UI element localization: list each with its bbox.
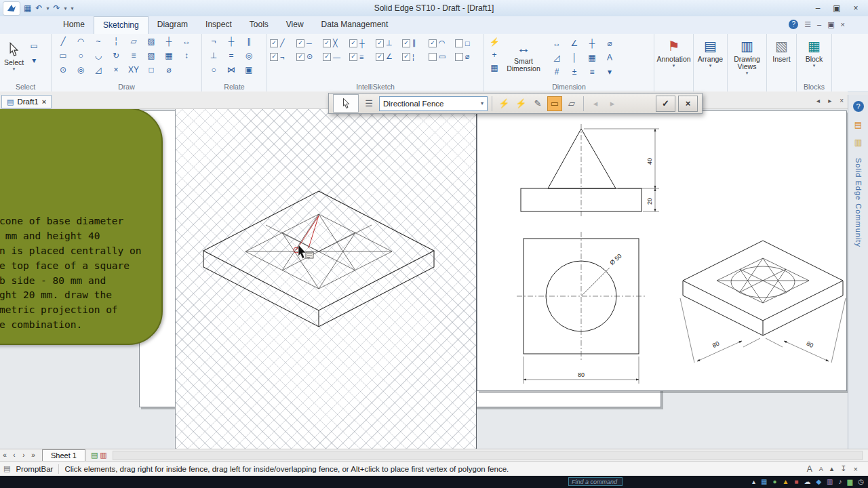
previous-icon[interactable]: ◂ (588, 96, 603, 111)
is-offset[interactable]: ≡ (349, 52, 373, 61)
close-promptbar-icon[interactable]: × (854, 465, 858, 473)
checkbox-icon[interactable] (429, 53, 437, 61)
close-view-icon[interactable]: × (840, 97, 844, 104)
block-button[interactable]: ▦ Block ▾ (806, 34, 823, 68)
chamfer-dimension-icon[interactable]: ◿ (549, 52, 564, 63)
select-button[interactable]: Select ▾ (4, 37, 24, 72)
align-dimension-icon[interactable]: ≡ (585, 66, 599, 77)
cancel-button[interactable]: × (678, 96, 698, 112)
options-list-icon[interactable]: ☰ (361, 96, 376, 111)
checkbox-icon[interactable] (429, 39, 437, 47)
drawing-area[interactable]: 40 20 Ø 50 80 (0, 109, 848, 449)
document-tab-draft1[interactable]: ▤ Draft1 × (1, 95, 52, 108)
rectangle-icon[interactable]: ▭ (56, 49, 71, 61)
font-size-small-icon[interactable]: A (819, 466, 823, 472)
tab-scroll-left-icon[interactable]: ◂ (816, 97, 820, 104)
tab-data-management[interactable]: Data Management (313, 16, 397, 34)
offset-icon[interactable]: ≡ (126, 49, 141, 61)
tab-diagram[interactable]: Diagram (149, 16, 197, 34)
chamfer-icon[interactable]: ◿ (91, 64, 106, 75)
checkbox-icon[interactable] (323, 39, 331, 47)
solid-edge-logo-icon[interactable] (3, 1, 20, 16)
isometric-view-construction[interactable] (717, 258, 809, 303)
curve-icon[interactable]: ~ (91, 35, 106, 47)
tab-scroll-right-icon[interactable]: ▸ (828, 97, 831, 104)
is-endpoint[interactable]: ╱ (270, 39, 294, 47)
checkbox-icon[interactable] (296, 39, 304, 47)
relationship-assistant-icon[interactable]: ⚡ (487, 36, 502, 48)
tray-app5-icon[interactable]: ◆ (816, 478, 821, 486)
select-tool-button[interactable] (333, 94, 359, 113)
is-connect[interactable]: ¬ (270, 52, 294, 61)
is-midpoint[interactable]: ─ (296, 39, 320, 47)
tray-app4-icon[interactable]: ■ (794, 478, 798, 486)
tab-sketching[interactable]: Sketching (94, 16, 149, 34)
close-button[interactable]: × (846, 3, 865, 13)
find-command-input[interactable] (568, 477, 623, 486)
smart-dimension-button[interactable]: ↔ Smart Dimension (505, 36, 542, 73)
tab-home[interactable]: Home (54, 16, 94, 34)
fence-polygon-icon[interactable]: ▱ (564, 96, 579, 111)
fence-draw-icon[interactable]: ✎ (530, 96, 545, 111)
distance-between-icon[interactable]: ↔ (549, 37, 564, 49)
coordinate-dimension-icon[interactable]: ┼ (585, 37, 599, 49)
is-frame[interactable]: ▭ (429, 52, 452, 61)
checkbox-icon[interactable] (402, 39, 410, 47)
zone-icon[interactable]: □ (144, 64, 159, 75)
tangent-relation-icon[interactable]: ○ (206, 64, 221, 75)
edit-dimension-icon[interactable]: ± (567, 66, 582, 77)
tab-inspect[interactable]: Inspect (197, 16, 241, 34)
xy-keyin-icon[interactable]: XY (126, 64, 141, 75)
annotation-button[interactable]: ⚑ Annotation ▾ (656, 34, 690, 68)
construction-icon[interactable]: ╎ (108, 35, 123, 47)
trim-icon[interactable]: × (108, 64, 123, 75)
move-icon[interactable]: ↔ (179, 35, 194, 47)
is-reference[interactable]: ¦ (402, 52, 426, 61)
background-sheet-icon[interactable]: ▥ (100, 451, 106, 460)
is-angle[interactable]: ∠ (376, 52, 399, 61)
sheet-setup-icon[interactable]: ▤ (91, 451, 98, 460)
is-horizontal-vertical[interactable]: ┼ (349, 39, 373, 47)
equal-icon[interactable]: = (224, 49, 239, 61)
bookmark-icon[interactable]: ▥ (854, 138, 862, 147)
tray-cloud-icon[interactable]: ☁ (804, 478, 810, 486)
tray-clock-icon[interactable]: ◷ (858, 478, 864, 486)
tray-app6-icon[interactable]: ▥ (827, 478, 833, 486)
fence-type-dropdown[interactable]: Directional Fence ▾ (379, 96, 488, 111)
first-sheet-icon[interactable]: « (0, 451, 9, 459)
checkbox-icon[interactable] (349, 53, 357, 61)
minimize-button[interactable]: – (808, 3, 827, 13)
close-tab-icon[interactable]: × (42, 98, 46, 106)
hatch-icon[interactable]: ▨ (144, 35, 159, 47)
undo-icon[interactable]: ↶ (35, 3, 42, 13)
dimension-axis-icon[interactable]: │ (567, 52, 582, 63)
lock-icon[interactable]: ▣ (241, 64, 256, 75)
fence-rectangle-icon[interactable]: ▭ (547, 96, 562, 111)
tray-show-hidden-icon[interactable]: ▴ (752, 478, 755, 486)
doc-close-icon[interactable]: × (841, 20, 845, 29)
checkbox-icon[interactable] (402, 53, 410, 61)
dimension-prefix-icon[interactable]: # (549, 66, 564, 77)
sheet-tab[interactable]: Sheet 1 (42, 449, 85, 461)
community-shortcut-icon[interactable]: ▤ (854, 120, 862, 129)
tray-network-icon[interactable]: ▆ (848, 478, 853, 486)
checkbox-icon[interactable] (296, 53, 304, 61)
angle-between-icon[interactable]: ∠ (567, 37, 582, 49)
diameter-icon[interactable]: ⌀ (161, 64, 176, 75)
connect-icon[interactable]: ¬ (206, 35, 221, 47)
construction-star-lines[interactable] (245, 214, 392, 289)
undo-caret-icon[interactable]: ▾ (46, 5, 49, 12)
redo-caret-icon[interactable]: ▾ (64, 5, 66, 12)
checkbox-icon[interactable] (376, 39, 384, 47)
help-button[interactable]: ? (853, 101, 864, 112)
tab-view[interactable]: View (277, 16, 313, 34)
help-icon[interactable]: ? (789, 20, 798, 29)
grid-icon[interactable]: ┼ (161, 35, 176, 47)
is-diameter[interactable]: ⌀ (455, 52, 479, 61)
is-intersection[interactable]: ╳ (323, 39, 347, 47)
checkbox-icon[interactable] (323, 53, 331, 61)
is-center[interactable]: ⊙ (296, 52, 320, 61)
fence-overlapping-icon[interactable]: ⚡ (513, 96, 528, 111)
symmetric-diameter-icon[interactable]: ⌀ (602, 37, 617, 49)
is-tangent[interactable]: ◠ (429, 39, 452, 47)
